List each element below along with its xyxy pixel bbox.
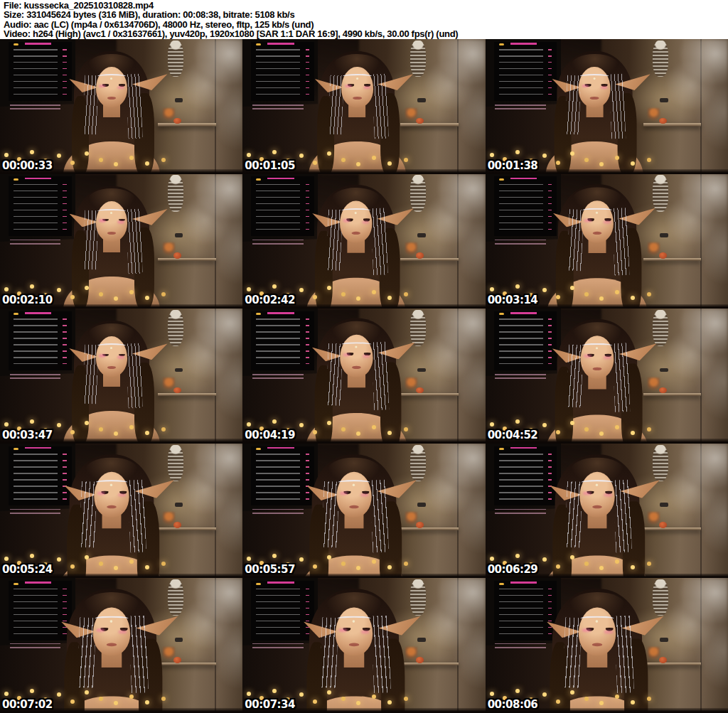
video-thumbnail: 00:07:34 (242, 578, 485, 713)
chain-left (567, 345, 583, 408)
video-thumbnail: 00:01:05 (242, 39, 485, 174)
chain-left (322, 481, 339, 548)
timestamp-label: 00:07:02 (2, 698, 53, 711)
video-thumbnail: 00:06:29 (486, 444, 728, 579)
timestamp-label: 00:01:38 (488, 159, 538, 172)
person-figure (486, 39, 726, 174)
chain-right (372, 74, 389, 139)
head-circlet (337, 616, 372, 622)
chain-left (82, 345, 98, 404)
chain-right (371, 208, 388, 274)
chain-right (613, 343, 631, 412)
video-thumbnail: 00:08:06 (486, 578, 728, 713)
cheek-glitter (583, 491, 591, 495)
head-circlet (582, 343, 612, 348)
video-thumbnail: 00:04:52 (486, 309, 728, 444)
video-thumbnail: 00:02:10 (0, 174, 242, 309)
chain-right (614, 480, 632, 553)
head-circlet (95, 616, 129, 622)
chain-right (612, 208, 630, 275)
person-figure (486, 174, 728, 309)
chain-right (370, 480, 389, 553)
person-figure (0, 39, 242, 174)
chain-left (328, 75, 344, 135)
chain-left (79, 481, 96, 548)
video-thumbnail: 00:03:14 (486, 174, 728, 309)
timestamp-label: 00:03:47 (2, 429, 53, 441)
fairy-lights (490, 287, 494, 291)
cheek-glitter (99, 354, 106, 358)
head-circlet (582, 208, 612, 213)
head-circlet (343, 74, 372, 79)
timestamp-label: 00:07:34 (245, 698, 295, 711)
person-figure (245, 39, 485, 174)
thumbnail-grid: 00:00:33 (0, 39, 728, 713)
person-figure (0, 309, 242, 444)
chain-right (614, 616, 634, 694)
person-figure (242, 578, 485, 713)
timestamp-label: 00:02:10 (2, 294, 53, 306)
chain-left (326, 209, 342, 271)
video-thumbnail: 00:05:57 (242, 444, 485, 579)
timestamp-label: 00:04:19 (245, 429, 295, 441)
timestamp-label: 00:04:52 (488, 429, 538, 441)
chain-left (82, 210, 98, 269)
chain-left (562, 618, 581, 689)
person-figure (0, 174, 242, 309)
audio-info-line: Audio: aac (LC) (mp4a / 0x6134706D), 480… (4, 20, 728, 29)
thumbnail-sheet: File: kusssecka_202510310828.mp4 Size: 3… (0, 0, 728, 713)
fairy-lights (490, 692, 494, 696)
timestamp-label: 00:05:57 (245, 563, 295, 576)
chain-right (128, 480, 146, 553)
video-thumbnail: 00:07:02 (0, 578, 242, 713)
chain-right (609, 74, 626, 139)
head-circlet (341, 208, 371, 213)
chain-right (129, 616, 149, 694)
person-figure (486, 444, 728, 579)
video-thumbnail: 00:03:47 (0, 309, 242, 444)
person-figure (0, 444, 242, 579)
chain-right (372, 616, 392, 694)
head-circlet (580, 74, 609, 79)
head-circlet (97, 343, 127, 348)
chain-right (127, 74, 144, 139)
timestamp-label: 00:05:24 (2, 563, 53, 576)
timestamp-label: 00:06:29 (488, 563, 538, 576)
chain-right (372, 342, 390, 410)
head-circlet (95, 480, 128, 486)
timestamp-label: 00:02:42 (245, 294, 295, 306)
chain-left (326, 343, 343, 406)
cheek-glitter (584, 218, 592, 222)
person-figure (0, 578, 242, 713)
chain-right (127, 343, 144, 409)
timestamp-label: 00:03:14 (488, 294, 538, 306)
file-size-line: Size: 331045624 bytes (316 MiB), duratio… (4, 10, 728, 19)
fairy-lights (4, 692, 9, 696)
fairy-lights (247, 153, 251, 157)
chain-left (566, 75, 582, 135)
timestamp-label: 00:00:33 (2, 159, 53, 172)
head-circlet (581, 480, 614, 486)
fairy-lights (4, 153, 9, 157)
person-figure (486, 309, 728, 444)
chain-left (77, 618, 96, 689)
person-figure (242, 174, 485, 309)
head-circlet (97, 74, 127, 79)
head-circlet (341, 342, 372, 347)
file-name-line: File: kusssecka_202510310828.mp4 (4, 1, 728, 10)
chain-left (567, 209, 583, 271)
person-figure (242, 444, 485, 579)
video-thumbnail: 00:00:33 (0, 39, 242, 174)
head-circlet (579, 616, 614, 622)
cheek-glitter (582, 85, 589, 88)
head-circlet (338, 480, 370, 486)
video-thumbnail: 00:05:24 (0, 444, 242, 579)
person-figure (242, 309, 485, 444)
timestamp-label: 00:01:05 (245, 159, 295, 172)
video-thumbnail: 00:01:38 (486, 39, 728, 174)
person-figure (486, 578, 728, 713)
fairy-lights (490, 422, 494, 427)
video-info-line: Video: h264 (High) (avc1 / 0x31637661), … (4, 29, 728, 38)
chain-left (564, 481, 582, 548)
video-thumbnail: 00:02:42 (242, 174, 485, 309)
